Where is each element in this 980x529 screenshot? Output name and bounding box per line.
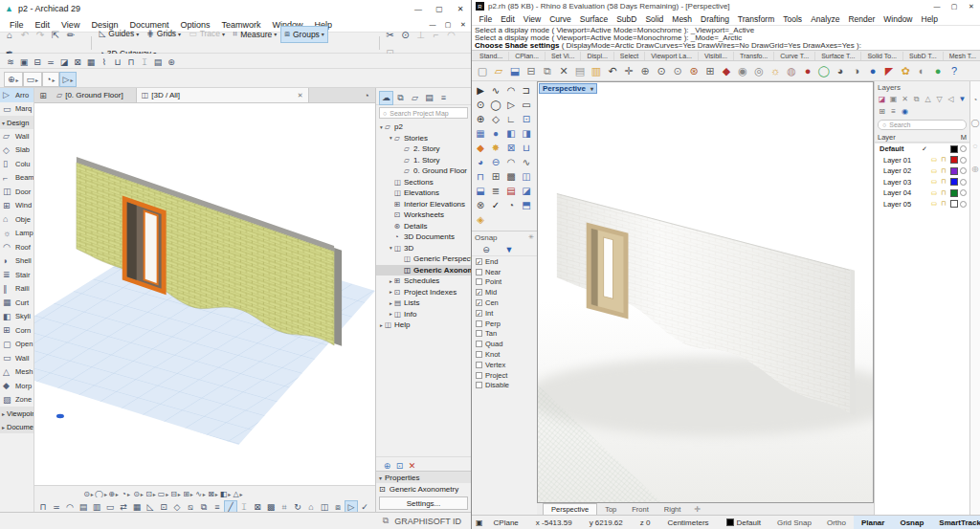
menu-item[interactable]: Drafting — [697, 14, 734, 24]
osnap-checkbox[interactable]: Knot — [472, 349, 537, 360]
tool-icon[interactable]: ∟ — [503, 112, 519, 126]
layer-visibility-bulb-icon[interactable]: ⛀ — [931, 156, 939, 164]
layer-color-swatch[interactable] — [950, 167, 958, 175]
view-tab[interactable]: ▱[0. Ground Floor] — [52, 88, 137, 102]
tool-icon[interactable]: ⊐ — [519, 83, 534, 98]
toolbar-icon[interactable]: ◯ — [816, 63, 832, 79]
tool-icon[interactable]: ⊠ — [503, 141, 519, 155]
layers-tool-icon[interactable]: ⊞ — [877, 106, 887, 117]
toolbar-icon[interactable]: ⊛ — [165, 55, 178, 69]
toolbar-icon[interactable]: ⊥ — [413, 28, 429, 43]
toolbar-icon[interactable]: ▤ — [151, 55, 165, 69]
statusbar-field[interactable]: y 6219.62 — [581, 518, 632, 527]
toolbar-icon[interactable]: ⊙ — [670, 63, 685, 79]
osnap-checkbox[interactable]: Mid — [472, 287, 537, 298]
layer-material-icon[interactable] — [960, 167, 967, 174]
tree-item[interactable]: ◫Generic Perspective — [376, 253, 471, 265]
tool-group-button[interactable]: ◔▸ — [42, 72, 58, 87]
toolbar-tab[interactable]: Stand... — [474, 52, 509, 60]
layers-panel-header[interactable]: Layers — [875, 81, 969, 93]
menu-item[interactable]: Curve — [546, 14, 576, 24]
layer-name[interactable]: Layer 05 — [878, 200, 920, 209]
checkbox-icon[interactable] — [476, 258, 482, 265]
layers-tool-icon[interactable]: ◁ — [946, 94, 956, 104]
layer-column-header[interactable]: Layer — [878, 133, 961, 142]
expand-arrow-icon[interactable]: ▾ — [378, 124, 385, 130]
statusbar-field[interactable]: Default — [718, 518, 769, 527]
toolbar-icon[interactable]: ≋ — [4, 55, 17, 69]
toolbar-tab[interactable]: Surface T... — [815, 52, 861, 60]
tree-item[interactable]: ▸◫Info — [376, 309, 471, 320]
toolbar-button[interactable]: ⋕Grids▾ — [143, 25, 185, 42]
toolbar-icon[interactable]: ⊟ — [523, 63, 539, 79]
osnap-filter-icon[interactable]: ⊖ — [479, 244, 493, 255]
toolbar-icon[interactable]: ⌂ — [2, 28, 17, 43]
tool-icon[interactable]: ⊔ — [519, 141, 534, 155]
toolbar-tab[interactable]: CPlan... — [509, 52, 546, 60]
tree-item[interactable]: ▸⊡Project Indexes — [376, 287, 471, 298]
menu-item[interactable]: Help — [917, 14, 942, 24]
statusbar-field[interactable]: Centimeters — [658, 518, 717, 527]
toolbar-tab[interactable]: Visibil... — [699, 52, 734, 60]
tool-icon[interactable]: ≣ — [488, 184, 503, 198]
tree-item[interactable]: ▾◫3D — [376, 243, 471, 254]
layer-color-swatch[interactable] — [950, 200, 958, 208]
layer-material-icon[interactable] — [960, 189, 967, 196]
tree-item[interactable]: ▸▤Lists — [376, 298, 471, 309]
tool-icon[interactable]: ⊞ — [488, 169, 503, 184]
osnap-checkbox[interactable]: Vertex — [472, 360, 537, 370]
toolbar-icon[interactable]: ● — [930, 63, 946, 79]
toolbox-item[interactable]: ≣Stair — [0, 268, 33, 282]
layer-name[interactable]: Default — [878, 144, 920, 153]
toolbox-group[interactable]: ▸Documen — [0, 420, 33, 433]
viewport-tab[interactable]: Right — [657, 503, 689, 515]
tabbar-options-icon[interactable]: ◔ — [358, 91, 375, 100]
layers-tool-icon[interactable]: ▼ — [957, 94, 968, 104]
toolbar-icon[interactable]: ▣ — [17, 55, 31, 69]
toolbar-icon[interactable]: ⊛ — [686, 63, 702, 79]
checkbox-icon[interactable] — [476, 372, 482, 379]
layer-color-swatch[interactable] — [950, 178, 958, 186]
toolbar-icon[interactable]: ◤ — [881, 63, 897, 79]
toolbox-item[interactable]: ⌂Obje — [0, 212, 33, 227]
tree-item[interactable]: ▱0. Ground Floor — [376, 165, 471, 177]
settings-button[interactable]: Settings... — [379, 496, 468, 510]
tool-icon[interactable]: ▩ — [503, 169, 519, 184]
toolbox-item[interactable]: ▦Curt — [0, 296, 33, 310]
layer-material-icon[interactable] — [960, 201, 967, 208]
tab-overview-icon[interactable]: ⊞ — [34, 91, 52, 100]
layer-lock-icon[interactable]: ⊓ — [941, 167, 948, 175]
osnap-checkbox[interactable]: Perp — [472, 319, 537, 329]
layer-name[interactable]: Layer 04 — [878, 188, 920, 197]
tool-icon[interactable]: ⊖ — [488, 155, 503, 169]
toolbar-icon[interactable]: ▥ — [589, 63, 604, 79]
tool-icon[interactable]: ◠ — [503, 155, 519, 169]
layer-row[interactable]: Layer 02 ⛀ ⊓ — [875, 165, 969, 177]
viewport-tab[interactable]: Front — [624, 503, 657, 515]
toolbox-item[interactable]: ▭Wall — [0, 351, 33, 365]
tool-icon[interactable]: ◪ — [519, 184, 534, 198]
menu-item[interactable]: Mesh — [668, 14, 697, 24]
layer-row[interactable]: Layer 04 ⛀ ⊓ — [875, 187, 969, 199]
toolbar-icon[interactable]: ⊔ — [111, 55, 124, 69]
menu-item[interactable]: Surface — [575, 14, 612, 24]
osnap-checkbox[interactable]: Cen — [472, 298, 537, 308]
layers-tool-icon[interactable]: ▣ — [888, 94, 899, 104]
tool-icon[interactable]: ⊙ — [473, 98, 488, 112]
toolbar-icon[interactable]: ✂ — [383, 28, 398, 43]
statusbar-toggle[interactable]: Grid Snap — [769, 516, 819, 529]
navigator-properties-header[interactable]: ▾ Properties — [376, 471, 471, 483]
menu-item[interactable]: SubD — [612, 14, 641, 24]
layers-tool-icon[interactable]: ⧉ — [911, 94, 922, 104]
layer-visibility-bulb-icon[interactable]: ⛀ — [931, 167, 939, 175]
layer-visibility-bulb-icon[interactable]: ⛀ — [931, 200, 939, 208]
menu-item[interactable]: View — [519, 14, 545, 24]
toolbar-button[interactable]: ▭Trace▾ — [185, 25, 229, 42]
tree-item[interactable]: ▾▱Stories — [376, 133, 471, 144]
osnap-checkbox[interactable]: Disable — [472, 381, 537, 391]
side-panel-icon[interactable]: ◌ — [970, 141, 980, 150]
toolbox-item[interactable]: ▭Marq — [0, 102, 33, 117]
checkbox-icon[interactable] — [476, 351, 482, 358]
layer-name[interactable]: Layer 01 — [878, 156, 920, 165]
new-viewport-icon[interactable]: ✛ — [694, 505, 701, 514]
